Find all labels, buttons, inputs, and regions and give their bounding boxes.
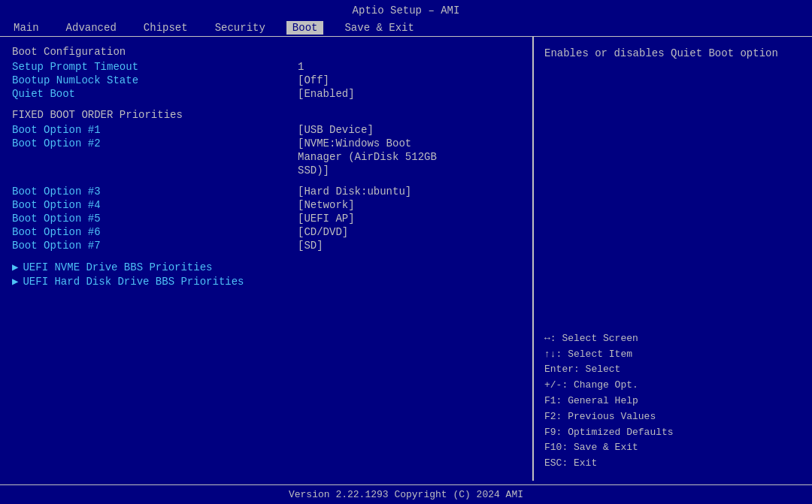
- label-timeout: Setup Prompt Timeout: [12, 61, 298, 73]
- menu-chipset[interactable]: Chipset: [138, 21, 194, 35]
- row-boot2: Boot Option #2 [NVME:Windows Boot: [12, 137, 520, 149]
- submenu-hdd[interactable]: ▶ UEFI Hard Disk Drive BBS Priorities: [12, 275, 520, 288]
- right-panel: Enables or disables Quiet Boot option ↔:…: [534, 37, 812, 481]
- main-area: Boot Configuration Setup Prompt Timeout …: [0, 37, 812, 481]
- key-f10: F10: Save & Exit: [544, 440, 801, 456]
- label-boot3: Boot Option #3: [12, 186, 298, 198]
- menu-save-exit[interactable]: Save & Exit: [338, 21, 420, 35]
- value-quietboot: [Enabled]: [298, 88, 355, 100]
- value-boot4: [Network]: [298, 199, 355, 211]
- row-boot7: Boot Option #7 [SD]: [12, 240, 520, 252]
- value-boot3: [Hard Disk:ubuntu]: [298, 186, 411, 198]
- label-quietboot: Quiet Boot: [12, 88, 298, 100]
- row-boot1: Boot Option #1 [USB Device]: [12, 124, 520, 136]
- section-boot-order: FIXED BOOT ORDER Priorities: [12, 109, 520, 121]
- row-numlock: Bootup NumLock State [Off]: [12, 74, 520, 86]
- row-quietboot: Quiet Boot [Enabled]: [12, 88, 520, 100]
- arrow-icon-hdd: ▶: [12, 275, 18, 288]
- label-numlock: Bootup NumLock State: [12, 74, 298, 86]
- row-timeout: Setup Prompt Timeout 1: [12, 61, 520, 73]
- value-boot7: [SD]: [298, 240, 323, 252]
- left-panel: Boot Configuration Setup Prompt Timeout …: [0, 37, 534, 481]
- value-numlock: [Off]: [298, 74, 329, 86]
- label-boot2-cont2: [12, 164, 298, 177]
- label-boot1: Boot Option #1: [12, 124, 298, 136]
- footer: Version 2.22.1293 Copyright (C) 2024 AMI: [0, 484, 812, 504]
- row-boot5: Boot Option #5 [UEFI AP]: [12, 213, 520, 225]
- row-boot2-cont1: Manager (AirDisk 512GB: [12, 151, 520, 163]
- value-boot2-cont2: SSD)]: [298, 164, 329, 177]
- key-esc: ESC: Exit: [544, 456, 801, 472]
- row-boot4: Boot Option #4 [Network]: [12, 199, 520, 211]
- footer-text: Version 2.22.1293 Copyright (C) 2024 AMI: [289, 489, 523, 500]
- key-f1: F1: General Help: [544, 394, 801, 409]
- key-help: ↔: Select Screen ↑↓: Select Item Enter: …: [544, 331, 801, 472]
- label-boot5: Boot Option #5: [12, 213, 298, 225]
- title-bar: Aptio Setup – AMI: [0, 0, 812, 20]
- submenu-nvme-label: UEFI NVME Drive BBS Priorities: [23, 261, 212, 273]
- submenu-nvme[interactable]: ▶ UEFI NVME Drive BBS Priorities: [12, 261, 520, 273]
- row-boot6: Boot Option #6 [CD/DVD]: [12, 226, 520, 238]
- label-boot4: Boot Option #4: [12, 199, 298, 211]
- label-boot2-cont1: [12, 151, 298, 163]
- row-boot3: Boot Option #3 [Hard Disk:ubuntu]: [12, 186, 520, 198]
- key-enter: Enter: Select: [544, 362, 801, 378]
- value-boot2-cont1: Manager (AirDisk 512GB: [298, 151, 437, 163]
- app-title: Aptio Setup – AMI: [353, 5, 460, 17]
- section-boot-config: Boot Configuration: [12, 46, 520, 58]
- menu-advanced[interactable]: Advanced: [60, 21, 123, 35]
- key-f2: F2: Previous Values: [544, 409, 801, 425]
- value-boot5: [UEFI AP]: [298, 213, 355, 225]
- submenu-hdd-label: UEFI Hard Disk Drive BBS Priorities: [23, 276, 244, 288]
- menu-main[interactable]: Main: [8, 21, 45, 35]
- key-change-opt: +/-: Change Opt.: [544, 378, 801, 394]
- value-timeout: 1: [298, 61, 304, 73]
- value-boot6: [CD/DVD]: [298, 226, 348, 238]
- value-boot2: [NVME:Windows Boot: [298, 137, 411, 149]
- label-boot7: Boot Option #7: [12, 240, 298, 252]
- row-boot2-cont2: SSD)]: [12, 164, 520, 177]
- arrow-icon-nvme: ▶: [12, 261, 18, 273]
- key-select-screen: ↔: Select Screen: [544, 331, 801, 347]
- label-boot2: Boot Option #2: [12, 137, 298, 149]
- menu-security[interactable]: Security: [209, 21, 271, 35]
- menu-bar: Main Advanced Chipset Security Boot Save…: [0, 20, 812, 37]
- key-f9: F9: Optimized Defaults: [544, 425, 801, 441]
- help-text: Enables or disables Quiet Boot option: [544, 46, 801, 62]
- menu-boot[interactable]: Boot: [286, 21, 324, 35]
- label-boot6: Boot Option #6: [12, 226, 298, 238]
- key-select-item: ↑↓: Select Item: [544, 347, 801, 363]
- value-boot1: [USB Device]: [298, 124, 374, 136]
